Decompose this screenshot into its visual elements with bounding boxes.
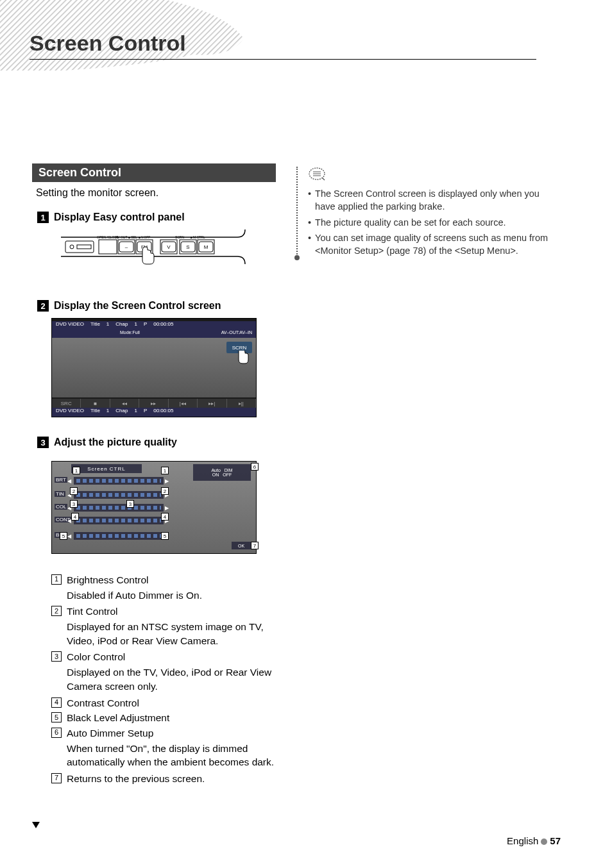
callout-6: 6 bbox=[251, 463, 259, 471]
legend: 1Brightness Control Disabled if Auto Dim… bbox=[51, 573, 276, 786]
picture-quality-screenshot: Screen CTRL AutoDIM ONOFF OK BRT◀▶ TIN◀▶… bbox=[51, 461, 257, 554]
note-bullets: The Screen Control screen is displayed o… bbox=[308, 187, 552, 257]
pointer-hand-icon bbox=[233, 351, 250, 367]
osd-line-1: DVD VIDEO Title 1 Chap 1 P 00:00:05 bbox=[52, 321, 256, 330]
svg-text:–: – bbox=[125, 244, 128, 250]
callout-1a: 1 bbox=[72, 467, 80, 474]
callout-4a: 4 bbox=[71, 513, 79, 521]
svg-text:M: M bbox=[204, 244, 208, 250]
section-header: Screen Control bbox=[32, 163, 276, 182]
svg-text:V: V bbox=[167, 244, 171, 250]
svg-text:S: S bbox=[186, 244, 189, 250]
note-connector bbox=[296, 167, 298, 256]
callout-5b: 5 bbox=[161, 532, 169, 540]
callout-2a: 2 bbox=[70, 487, 78, 495]
black-level-slider[interactable]: BLK◀▶ bbox=[55, 531, 170, 541]
osd-bottom-buttons[interactable]: SRC ■ ◂◂ ▸▸ |◂◂ ▸▸| ▸|| bbox=[52, 399, 256, 408]
note-icon bbox=[308, 167, 326, 181]
svg-rect-4 bbox=[99, 240, 117, 254]
page-title: Screen Control bbox=[30, 31, 186, 56]
screen-ctrl-title: Screen CTRL bbox=[71, 464, 142, 473]
callout-7: 7 bbox=[251, 542, 259, 549]
callout-2b: 2 bbox=[161, 487, 169, 495]
screen-control-screenshot: DVD VIDEO Title 1 Chap 1 P 00:00:05 Mode… bbox=[51, 318, 257, 417]
callout-1b: 1 bbox=[161, 467, 169, 474]
svg-text:■ V.OFF: ■ V.OFF bbox=[139, 235, 151, 239]
callout-3b: 3 bbox=[126, 500, 134, 508]
svg-text:AV OUT ■ SEL: AV OUT ■ SEL bbox=[115, 235, 137, 239]
svg-rect-3 bbox=[77, 245, 91, 249]
easy-control-panel-drawing: OPEN /CLOSE AV OUT ■ SEL ■ V.OFF – FM SC… bbox=[58, 230, 250, 281]
svg-point-2 bbox=[70, 245, 74, 249]
step-number: 2 bbox=[37, 300, 49, 312]
callout-5a: 5 bbox=[60, 532, 67, 540]
intro-line: Setting the monitor screen. bbox=[36, 187, 276, 199]
osd-line-3: DVD VIDEO Title 1 Chap 1 P 00:00:05 bbox=[52, 408, 256, 417]
page-footer: English57 bbox=[507, 835, 561, 846]
title-rule bbox=[30, 59, 536, 60]
flow-arrow-down bbox=[32, 822, 40, 828]
note-connector-end bbox=[294, 255, 300, 260]
svg-text:■ M.CTRL: ■ M.CTRL bbox=[190, 235, 205, 239]
step-number: 3 bbox=[37, 437, 49, 448]
video-area bbox=[52, 338, 256, 397]
osd-line-2: Mode:Full AV–OUT:AV–IN bbox=[52, 330, 256, 338]
auto-dim-box[interactable]: AutoDIM ONOFF bbox=[193, 464, 251, 481]
svg-text:SCRN: SCRN bbox=[175, 235, 185, 239]
step-1-head: 1 Display Easy control panel bbox=[37, 212, 276, 223]
step-title: Display the Screen Control screen bbox=[54, 300, 221, 312]
callout-3a: 3 bbox=[70, 500, 78, 508]
brightness-slider[interactable]: BRT◀▶ bbox=[55, 476, 170, 486]
step-title: Adjust the picture quality bbox=[54, 437, 177, 448]
ok-button[interactable]: OK bbox=[232, 542, 251, 549]
step-3-head: 3 Adjust the picture quality bbox=[37, 437, 276, 448]
step-2-head: 2 Display the Screen Control screen bbox=[37, 300, 276, 312]
step-title: Display Easy control panel bbox=[54, 212, 185, 223]
step-number: 1 bbox=[37, 212, 49, 223]
callout-4b: 4 bbox=[161, 513, 169, 521]
